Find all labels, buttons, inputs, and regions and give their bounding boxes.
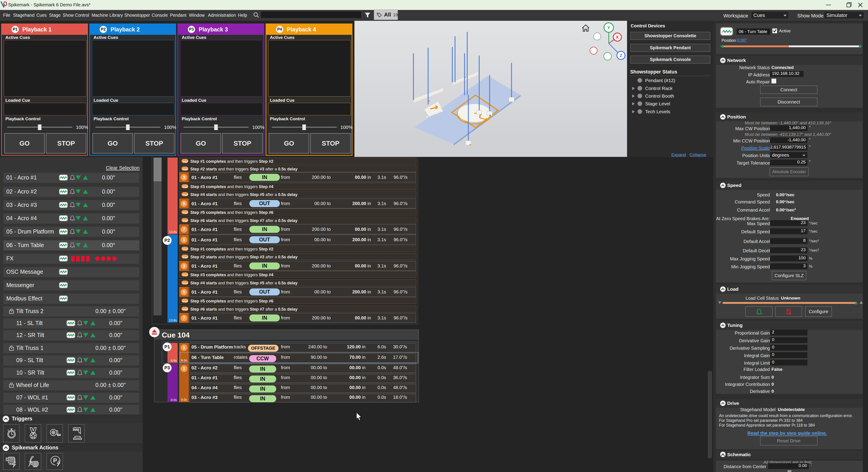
svg-text:Z: Z: [620, 53, 622, 58]
svg-text:X: X: [616, 35, 619, 39]
svg-text:P: P: [53, 457, 57, 464]
svg-text:Y: Y: [608, 26, 610, 30]
